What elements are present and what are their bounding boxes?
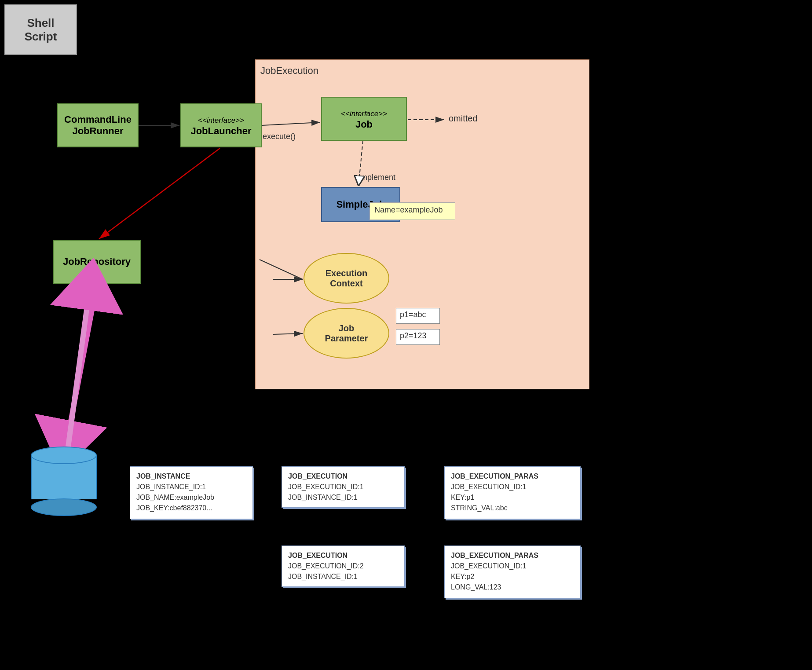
je1-line2: JOB_EXECUTION_ID:1 [288,482,398,492]
jobrepository-label: JobRepository [63,256,131,267]
job-execution-paras-1-card: JOB_EXECUTION_PARAS JOB_EXECUTION_ID:1 K… [444,466,581,519]
job-execution-paras-2-card: JOB_EXECUTION_PARAS JOB_EXECUTION_ID:1 K… [444,546,581,598]
job-instance-card: JOB_INSTANCE JOB_INSTANCE_ID:1 JOB_NAME:… [130,466,253,519]
jep1-line4: STRING_VAL:abc [451,503,574,513]
db-bottom [31,498,97,516]
name-note-box: Name=exampleJob [369,202,455,220]
je2-line1: JOB_EXECUTION [288,550,398,561]
job-execution-label: JobExecution [260,65,318,77]
name-note-label: Name=exampleJob [374,205,443,214]
job-instance-line2: JOB_INSTANCE_ID:1 [136,482,246,492]
job-param-ellipse: Job Parameter [304,308,389,359]
job-param-label: Job Parameter [325,323,368,344]
exec-context-label: Execution Context [326,268,368,289]
jep2-line1: JOB_EXECUTION_PARAS [451,550,574,561]
shell-script-label: Shell Script [25,16,57,44]
job-execution-2-card: JOB_EXECUTION JOB_EXECUTION_ID:2 JOB_INS… [282,546,405,587]
p2-param-box: p2=123 [396,329,440,345]
omitted-text: omitted [449,113,478,124]
jep1-line1: JOB_EXECUTION_PARAS [451,471,574,482]
implement-label: Implement [358,173,395,182]
je2-line2: JOB_EXECUTION_ID:2 [288,561,398,571]
arrow-db-to-repo-up [68,284,90,447]
jobrepository-box: JobRepository [53,240,141,284]
database-cylinder [31,447,97,516]
shell-script-box: Shell Script [4,4,77,55]
job-interface-box: <<interface>>Job [321,97,407,141]
exec-context-ellipse: Execution Context [304,253,389,304]
joblauncher-box: <<interface>>JobLauncher [180,103,262,147]
p1-label: p1=abc [400,310,426,319]
jep1-line3: KEY:p1 [451,492,574,503]
p2-label: p2=123 [400,331,427,340]
job-instance-line1: JOB_INSTANCE [136,471,246,482]
database-container [31,447,97,516]
commandline-label: CommandLine JobRunner [64,114,132,137]
arrow-launcher-to-repo [99,148,220,239]
job-execution-1-card: JOB_EXECUTION JOB_EXECUTION_ID:1 JOB_INS… [282,466,405,508]
commandline-jobrunner-box: CommandLine JobRunner [57,103,139,147]
je1-line3: JOB_INSTANCE_ID:1 [288,492,398,503]
job-instance-line3: JOB_NAME:exampleJob [136,492,246,503]
execute-label: execute() [263,132,296,141]
p1-param-box: p1=abc [396,308,440,324]
je2-line3: JOB_INSTANCE_ID:1 [288,571,398,582]
db-top [31,447,97,464]
je1-line1: JOB_EXECUTION [288,471,398,482]
jep2-line2: JOB_EXECUTION_ID:1 [451,561,574,571]
jep2-line3: KEY:p2 [451,571,574,582]
arrow-repo-to-db-down [66,285,97,447]
jep1-line2: JOB_EXECUTION_ID:1 [451,482,574,492]
jep2-line4: LONG_VAL:123 [451,582,574,593]
job-interface-label: <<interface>>Job [341,107,387,130]
job-instance-line4: JOB_KEY:cbef882370... [136,503,246,513]
joblauncher-label: <<interface>>JobLauncher [190,114,251,137]
